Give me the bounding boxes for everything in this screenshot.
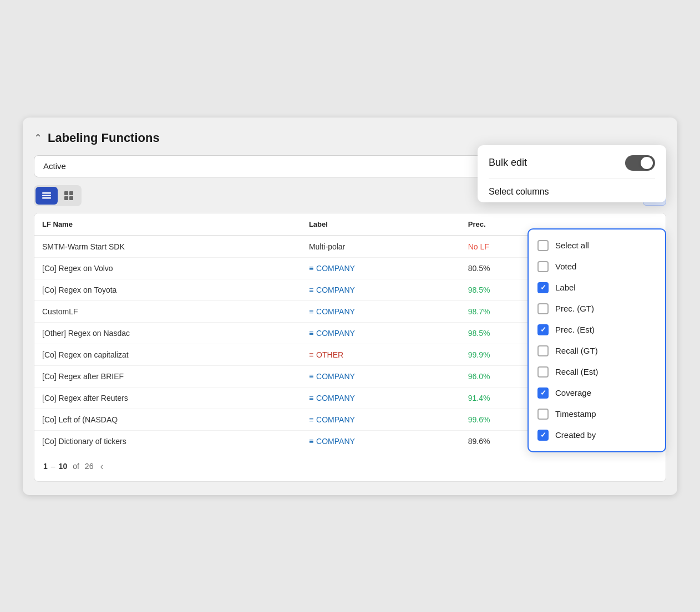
svg-rect-6 (69, 196, 73, 200)
label-badge: ≡COMPANY (309, 285, 355, 294)
checkbox-label[interactable] (537, 282, 549, 293)
checkbox-select_all[interactable] (537, 240, 549, 251)
checkbox-timestamp[interactable] (537, 409, 549, 420)
lf-name-cell: [Co] Dictionary of tickers (34, 430, 301, 452)
panel-title: Labeling Functions (48, 131, 160, 145)
prec-value: 99.6% (468, 415, 490, 424)
labeling-functions-panel: ⌃ Labeling Functions Active ▼ (23, 118, 677, 495)
lf-name-cell: [Co] Regex on capitalizat (34, 344, 301, 365)
lf-name-cell: SMTM-Warm Start SDK (34, 236, 301, 258)
bulk-edit-popup: Bulk edit Select columns (478, 145, 666, 202)
label-cell: Multi-polar (301, 236, 460, 258)
label-icon: ≡ (309, 307, 313, 316)
col-item-prec_est[interactable]: Prec. (Est) (529, 319, 665, 340)
col-item-prec_gt[interactable]: Prec. (GT) (529, 298, 665, 319)
prec-value: 98.5% (468, 285, 490, 294)
col-item-coverage[interactable]: Coverage (529, 382, 665, 404)
col-header-label: Label (301, 213, 460, 236)
label-cell: ≡COMPANY (301, 387, 460, 409)
col-item-timestamp[interactable]: Timestamp (529, 404, 665, 425)
pagination-total: 26 (85, 462, 94, 471)
pagination-of: of (73, 462, 79, 471)
label-cell: ≡COMPANY (301, 322, 460, 344)
col-item-label[interactable]: Label (529, 277, 665, 298)
label-icon: ≡ (309, 415, 313, 424)
col-label-recall_est: Recall (Est) (555, 367, 598, 376)
col-label-coverage: Coverage (555, 388, 591, 397)
col-header-lf-name: LF Name (34, 213, 301, 236)
label-cell: ≡COMPANY (301, 409, 460, 430)
label-cell: ≡COMPANY (301, 365, 460, 387)
col-label-label: Label (555, 283, 576, 292)
label-icon: ≡ (309, 329, 313, 338)
col-item-recall_est[interactable]: Recall (Est) (529, 361, 665, 382)
panel-header: ⌃ Labeling Functions (34, 131, 666, 145)
select-columns-label: Select columns (478, 179, 666, 202)
prec-value: 98.5% (468, 329, 490, 338)
label-badge: ≡COMPANY (309, 415, 355, 424)
svg-rect-5 (64, 196, 68, 200)
lf-name-cell: [Co] Left of (NASDAQ (34, 409, 301, 430)
bulk-edit-header: Bulk edit (478, 145, 666, 178)
lf-name-cell: CustomLF (34, 300, 301, 322)
checkbox-recall_gt[interactable] (537, 345, 549, 356)
col-label-prec_est: Prec. (Est) (555, 325, 595, 334)
label-icon: ≡ (309, 350, 313, 359)
col-item-recall_gt[interactable]: Recall (GT) (529, 340, 665, 361)
label-badge: ≡COMPANY (309, 307, 355, 316)
label-icon: ≡ (309, 394, 313, 402)
label-badge: ≡COMPANY (309, 394, 355, 402)
pagination: 1 – 10 of 26 ‹ (34, 452, 666, 481)
list-view-icon (41, 190, 52, 201)
label-badge: ≡COMPANY (309, 437, 355, 446)
svg-rect-3 (64, 191, 68, 195)
grid-view-icon (63, 190, 74, 201)
label-icon: ≡ (309, 372, 313, 381)
grid-view-button[interactable] (58, 187, 80, 205)
col-item-select_all[interactable]: Select all (529, 235, 665, 256)
checkbox-prec_est[interactable] (537, 324, 549, 335)
checkbox-prec_gt[interactable] (537, 303, 549, 314)
lf-name-cell: [Co] Regex on Volvo (34, 257, 301, 279)
col-label-prec_gt: Prec. (GT) (555, 304, 594, 313)
lf-name-cell: [Co] Regex after Reuters (34, 387, 301, 409)
label-cell: ≡COMPANY (301, 279, 460, 300)
prec-value: 91.4% (468, 394, 490, 402)
pagination-start: 1 (43, 462, 48, 471)
col-item-voted[interactable]: Voted (529, 256, 665, 277)
lf-name-cell: [Co] Regex on Toyota (34, 279, 301, 300)
label-cell: ≡COMPANY (301, 430, 460, 452)
checkbox-created_by[interactable] (537, 430, 549, 441)
col-label-select_all: Select all (555, 241, 589, 250)
prec-value: No LF (468, 242, 489, 251)
col-label-voted: Voted (555, 262, 576, 271)
lf-name-cell: [Other] Regex on Nasdac (34, 322, 301, 344)
col-item-created_by[interactable]: Created by (529, 425, 665, 446)
checkbox-voted[interactable] (537, 261, 549, 272)
label-badge: ≡COMPANY (309, 264, 355, 273)
label-badge: ≡COMPANY (309, 372, 355, 381)
pagination-dash: – (51, 462, 55, 471)
checkbox-recall_est[interactable] (537, 366, 549, 378)
svg-rect-1 (42, 195, 51, 196)
pagination-prev-button[interactable]: ‹ (97, 460, 106, 473)
bulk-edit-toggle[interactable] (625, 155, 655, 171)
col-label-timestamp: Timestamp (555, 409, 596, 419)
label-badge: ≡OTHER (309, 350, 343, 359)
prec-value: 98.7% (468, 307, 490, 316)
label-icon: ≡ (309, 437, 313, 446)
svg-rect-4 (69, 191, 73, 195)
label-icon: ≡ (309, 264, 313, 273)
list-view-button[interactable] (35, 187, 58, 205)
label-cell: ≡COMPANY (301, 300, 460, 322)
svg-rect-0 (42, 192, 51, 194)
toggle-knob (641, 157, 653, 169)
collapse-icon[interactable]: ⌃ (34, 132, 42, 144)
label-cell: ≡OTHER (301, 344, 460, 365)
status-dropdown-value: Active (43, 161, 66, 171)
view-toggle-group (34, 185, 82, 206)
col-label-recall_gt: Recall (GT) (555, 346, 598, 355)
pagination-end: 10 (59, 462, 68, 471)
prec-value: 99.9% (468, 350, 490, 359)
checkbox-coverage[interactable] (537, 387, 549, 399)
